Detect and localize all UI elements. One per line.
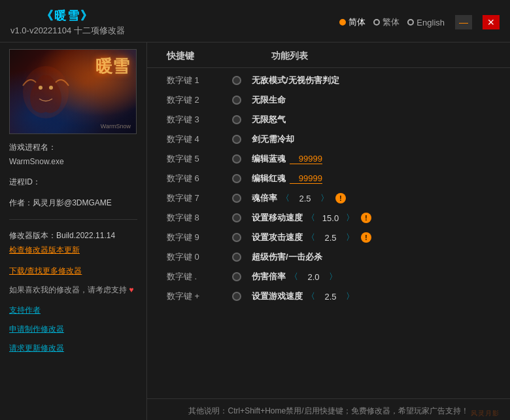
right-panel: 快捷键 功能列表 数字键 1无敌模式/无视伤害判定数字键 2无限生命数字键 3无… xyxy=(147,43,510,420)
func-label-8: 设置攻击速度 xyxy=(252,232,303,243)
support-note: 如果喜欢我的修改器，请考虑支持 ♥ xyxy=(9,283,137,298)
game-image: 暖雪 WarmSnow xyxy=(9,49,137,134)
toggle-dot-8[interactable] xyxy=(232,233,241,242)
increase-btn-11[interactable]: 〉 xyxy=(346,290,354,302)
spinner-value-10: 2.0 xyxy=(302,272,325,282)
footer-watermark: 风灵月影 xyxy=(471,409,500,418)
minimize-button[interactable]: — xyxy=(455,15,472,29)
decrease-btn-11[interactable]: 〈 xyxy=(307,290,315,302)
support-note-text: 如果喜欢我的修改器，请考虑支持 xyxy=(9,285,127,294)
func-label-11: 设置游戏速度 xyxy=(252,290,303,302)
lang-english-label: English xyxy=(416,18,445,27)
title-bar: 《暖雪》 v1.0-v20221104 十二项修改器 简体 繁体 English… xyxy=(0,0,510,43)
title-right-controls: 简体 繁体 English — ✕ xyxy=(339,15,500,29)
footer-text: 其他说明：Ctrl+Shift+Home禁用/启用快捷键；免费修改器，希望玩家广… xyxy=(188,406,468,415)
feature-row-7: 数字键 8设置移动速度〈15.0〉! xyxy=(167,208,490,228)
divider-1 xyxy=(9,219,137,220)
heart-icon: ♥ xyxy=(129,285,133,294)
language-group: 简体 繁体 English xyxy=(339,16,445,28)
contact-link-text[interactable]: 申请制作修改器 xyxy=(9,324,137,335)
download-link[interactable]: 下载/查找更多修改器 xyxy=(9,264,137,277)
increase-btn-6[interactable]: 〉 xyxy=(320,192,329,204)
toggle-dot-7[interactable] xyxy=(232,213,241,222)
support-author-text[interactable]: 支持作者 xyxy=(9,305,137,316)
toggle-dot-9[interactable] xyxy=(232,253,241,262)
lang-traditional-radio[interactable] xyxy=(373,19,380,26)
svg-point-2 xyxy=(49,86,53,90)
feature-row-6: 数字键 7魂倍率〈2.5〉! xyxy=(167,188,490,208)
lang-simplified-radio[interactable] xyxy=(339,19,346,26)
contact-link[interactable]: 申请制作修改器 xyxy=(9,323,137,335)
main-title: 《暖雪》 xyxy=(41,8,94,24)
request-link-text[interactable]: 请求更新修改器 xyxy=(9,343,137,354)
feature-list: 数字键 1无敌模式/无视伤害判定数字键 2无限生命数字键 3无限怒气数字键 4剑… xyxy=(147,68,510,398)
decrease-btn-8[interactable]: 〈 xyxy=(307,232,315,243)
warn-icon-7: ! xyxy=(361,213,371,223)
close-button[interactable]: ✕ xyxy=(483,15,500,29)
feature-row-11: 数字键 +设置游戏速度〈2.5〉 xyxy=(167,287,490,306)
increase-btn-10[interactable]: 〉 xyxy=(329,271,337,283)
svg-point-1 xyxy=(39,86,42,90)
keys-header: 快捷键 xyxy=(167,50,252,62)
key-label-8: 数字键 9 xyxy=(167,232,232,243)
toggle-dot-2[interactable] xyxy=(232,115,241,124)
feature-row-2: 数字键 3无限怒气 xyxy=(167,110,490,130)
feature-row-1: 数字键 2无限生命 xyxy=(167,90,490,110)
request-link[interactable]: 请求更新修改器 xyxy=(9,341,137,354)
feature-row-0: 数字键 1无敌模式/无视伤害判定 xyxy=(167,71,490,90)
lang-simplified[interactable]: 简体 xyxy=(339,16,366,28)
func-label-7: 设置移动速度 xyxy=(252,212,303,224)
spinner-value-8: 2.5 xyxy=(319,233,342,243)
toggle-dot-3[interactable] xyxy=(232,135,241,144)
toggle-dot-1[interactable] xyxy=(232,96,241,105)
func-label-1: 无限生命 xyxy=(252,94,286,106)
input-value-4[interactable]: 99999 xyxy=(290,154,322,164)
key-label-6: 数字键 7 xyxy=(167,192,232,204)
author-info: 作者：风灵月影@3DMGAME xyxy=(9,196,137,211)
footer: 其他说明：Ctrl+Shift+Home禁用/启用快捷键；免费修改器，希望玩家广… xyxy=(147,398,510,420)
feature-row-5: 数字键 6编辑红魂99999 xyxy=(167,169,490,188)
check-update-link[interactable]: 检查修改器版本更新 xyxy=(9,245,80,254)
support-author-link[interactable]: 支持作者 xyxy=(9,304,137,316)
toggle-dot-0[interactable] xyxy=(232,76,241,85)
toggle-dot-11[interactable] xyxy=(232,292,241,301)
lang-traditional-label: 繁体 xyxy=(382,16,400,28)
title-section: 《暖雪》 v1.0-v20221104 十二项修改器 xyxy=(10,8,125,37)
func-label-4: 编辑蓝魂 xyxy=(252,153,286,165)
decrease-btn-10[interactable]: 〈 xyxy=(290,271,298,283)
key-label-0: 数字键 1 xyxy=(167,75,232,86)
decrease-btn-6[interactable]: 〈 xyxy=(281,192,290,204)
increase-btn-7[interactable]: 〉 xyxy=(346,212,354,224)
version-info: 修改器版本：Build.2022.11.14 检查修改器版本更新 xyxy=(9,229,137,257)
feature-row-8: 数字键 9设置攻击速度〈2.5〉! xyxy=(167,228,490,247)
left-panel: 暖雪 WarmSnow 游戏进程名： WarmSnow.exe 进程ID： 作者… xyxy=(0,43,147,420)
toggle-dot-10[interactable] xyxy=(232,272,241,281)
func-label-3: 剑无需冷却 xyxy=(252,133,294,145)
toggle-dot-4[interactable] xyxy=(232,154,241,164)
spinner-value-6: 2.5 xyxy=(294,194,316,203)
key-label-11: 数字键 + xyxy=(167,290,232,302)
process-info: 游戏进程名： WarmSnow.exe xyxy=(9,141,137,169)
funcs-header: 功能列表 xyxy=(252,50,490,62)
game-title-overlay: 暖雪 xyxy=(95,55,129,78)
func-label-0: 无敌模式/无视伤害判定 xyxy=(252,75,339,86)
lang-traditional[interactable]: 繁体 xyxy=(373,16,400,28)
lang-english-radio[interactable] xyxy=(407,19,414,26)
key-label-9: 数字键 0 xyxy=(167,251,232,263)
toggle-dot-6[interactable] xyxy=(232,194,241,203)
spinner-value-7: 15.0 xyxy=(319,213,342,223)
key-label-2: 数字键 3 xyxy=(167,114,232,126)
download-link-text[interactable]: 下载/查找更多修改器 xyxy=(9,266,82,275)
key-label-4: 数字键 5 xyxy=(167,153,232,165)
input-value-5[interactable]: 99999 xyxy=(290,173,322,184)
process-value: WarmSnow.exe xyxy=(9,157,64,166)
toggle-dot-5[interactable] xyxy=(232,174,241,183)
decrease-btn-7[interactable]: 〈 xyxy=(307,212,315,224)
pid-label: 进程ID： xyxy=(9,177,41,186)
increase-btn-8[interactable]: 〉 xyxy=(346,232,354,243)
warn-icon-6: ! xyxy=(335,193,346,203)
func-label-10: 伤害倍率 xyxy=(252,271,286,283)
sub-title: v1.0-v20221104 十二项修改器 xyxy=(10,25,125,37)
lang-english[interactable]: English xyxy=(407,18,445,27)
func-label-5: 编辑红魂 xyxy=(252,173,286,184)
